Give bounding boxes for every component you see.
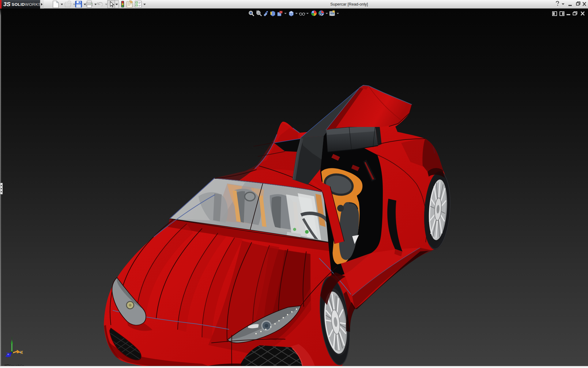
svg-text:SOLIDWORKS: SOLIDWORKS — [12, 2, 41, 7]
svg-text:3S: 3S — [3, 1, 11, 7]
